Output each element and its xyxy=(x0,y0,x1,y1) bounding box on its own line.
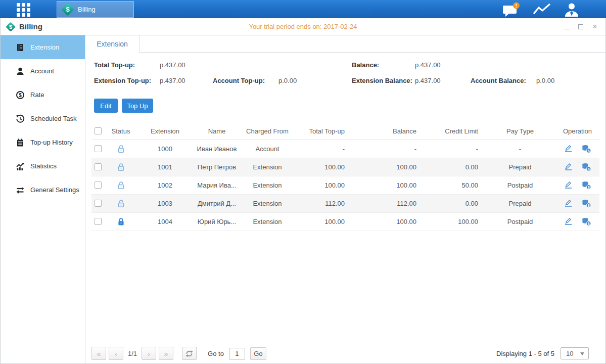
table-row[interactable]: 1003 Дмитрий Д... Extension 112.00 112.0… xyxy=(91,194,599,212)
extension-topup-value: p.437.00 xyxy=(160,77,185,84)
row-checkbox[interactable] xyxy=(95,145,102,152)
lock-open-icon xyxy=(106,181,136,190)
first-page-button[interactable]: « xyxy=(91,347,106,360)
cell-extension: 1002 xyxy=(136,176,194,194)
row-edit-icon[interactable] xyxy=(564,145,573,153)
total-topup-value: p.437.00 xyxy=(160,61,185,69)
sidebar-item-scheduled-task[interactable]: Scheduled Task xyxy=(1,107,85,130)
cell-total-topup: - xyxy=(295,140,351,158)
row-checkbox[interactable] xyxy=(95,200,102,207)
cell-credit-limit: 0.00 xyxy=(419,194,485,212)
row-edit-icon[interactable] xyxy=(564,199,573,207)
next-page-button[interactable]: › xyxy=(142,347,156,360)
col-status: Status xyxy=(106,123,136,140)
tab-bar: Extension xyxy=(85,35,605,53)
table-row[interactable]: 1001 Петр Петров Extension 100.00 100.00… xyxy=(91,158,599,176)
apps-grid-icon[interactable] xyxy=(17,3,30,17)
row-checkbox[interactable] xyxy=(95,218,102,225)
account-topup-label: Account Top-up: xyxy=(213,77,265,84)
svg-text:$: $ xyxy=(587,167,589,171)
notebook-icon xyxy=(16,138,25,147)
row-topup-icon[interactable]: $ xyxy=(581,199,591,208)
goto-label: Go to xyxy=(208,350,224,357)
sidebar-item-general-settings[interactable]: General Settings xyxy=(1,178,85,202)
sidebar-item-label: Statistics xyxy=(30,162,57,170)
svg-text:$: $ xyxy=(587,221,589,225)
lock-open-icon xyxy=(106,145,136,153)
svg-text:$: $ xyxy=(19,92,22,98)
cell-pay-type: - xyxy=(485,140,555,158)
row-topup-icon[interactable]: $ xyxy=(581,163,591,171)
billing-window: $ Billing Your trial period ends on: 201… xyxy=(0,18,606,364)
cell-charged-from: Extension xyxy=(240,212,295,231)
cell-credit-limit: 50.00 xyxy=(419,176,485,194)
sidebar-item-rate[interactable]: $ Rate xyxy=(1,83,85,107)
lock-open-icon xyxy=(106,163,136,171)
minimize-button[interactable] xyxy=(563,23,570,30)
billing-logo-icon: $ xyxy=(6,22,16,32)
edit-button[interactable]: Edit xyxy=(94,99,118,113)
row-checkbox[interactable] xyxy=(95,163,102,170)
table-row[interactable]: 1004 Юрий Юрь... Extension 100.00 100.00… xyxy=(91,212,599,231)
cell-balance: 100.00 xyxy=(351,212,419,231)
balance-label: Balance: xyxy=(352,61,379,69)
svg-text:!: ! xyxy=(516,3,517,9)
billing-app-icon: $ xyxy=(62,4,74,16)
tab-extension[interactable]: Extension xyxy=(85,35,139,53)
prev-page-button[interactable]: ‹ xyxy=(109,347,123,360)
select-all-checkbox[interactable] xyxy=(95,127,102,134)
sidebar-item-statistics[interactable]: Statistics xyxy=(1,154,85,178)
col-total-topup: Total Top-up xyxy=(295,123,351,140)
svg-text:$: $ xyxy=(587,203,589,207)
sidebar-item-topup-history[interactable]: Top-up History xyxy=(1,130,85,154)
last-page-button[interactable]: » xyxy=(159,347,173,360)
lock-closed-icon xyxy=(106,217,136,226)
row-edit-icon[interactable] xyxy=(564,163,573,171)
sidebar-item-extension[interactable]: Extension xyxy=(1,35,85,59)
go-button[interactable]: Go xyxy=(250,347,266,360)
page-size-select[interactable]: 10 xyxy=(561,347,589,359)
cell-credit-limit: 100.00 xyxy=(419,212,485,231)
history-clock-icon xyxy=(16,114,25,123)
row-edit-icon[interactable] xyxy=(564,217,573,225)
refresh-button[interactable] xyxy=(182,347,197,360)
col-operation: Operation xyxy=(555,123,599,140)
table-row[interactable]: 1002 Мария Ива... Extension 100.00 100.0… xyxy=(91,176,599,194)
cell-name: Мария Ива... xyxy=(194,176,240,194)
maximize-button[interactable] xyxy=(577,23,584,30)
line-chart-icon[interactable] xyxy=(532,2,552,19)
row-edit-icon[interactable] xyxy=(564,181,573,189)
bar-chart-icon xyxy=(16,162,25,171)
user-account-icon[interactable] xyxy=(563,2,580,19)
row-topup-icon[interactable]: $ xyxy=(581,217,591,226)
cell-total-topup: 112.00 xyxy=(295,194,351,212)
sidebar-item-account[interactable]: Account xyxy=(1,59,85,83)
col-charged-from: Charged From xyxy=(240,123,295,140)
notifications-chat-icon[interactable]: ! xyxy=(501,2,521,19)
row-topup-icon[interactable]: $ xyxy=(581,181,591,190)
account-balance-label: Account Balance: xyxy=(471,77,526,84)
close-button[interactable]: × xyxy=(591,23,598,30)
row-checkbox[interactable] xyxy=(95,181,102,189)
table-row[interactable]: 1000 Иван Иванов Account - - - - $ xyxy=(91,140,599,158)
col-extension: Extension xyxy=(136,123,194,140)
goto-page-input[interactable] xyxy=(229,348,245,359)
top-up-button[interactable]: Top Up xyxy=(122,99,153,113)
cell-balance: 100.00 xyxy=(351,176,419,194)
sidebar-item-label: Account xyxy=(30,67,54,75)
cell-charged-from: Extension xyxy=(240,176,295,194)
col-name: Name xyxy=(194,123,240,140)
cell-credit-limit: - xyxy=(419,140,485,158)
cell-pay-type: Prepaid xyxy=(485,194,555,212)
sidebar-item-label: Scheduled Task xyxy=(30,115,77,122)
taskbar-billing-tab[interactable]: $ Billing xyxy=(57,1,134,18)
extension-topup-label: Extension Top-up: xyxy=(94,77,151,84)
cell-extension: 1001 xyxy=(136,158,194,176)
table-header-row: Status Extension Name Charged From Total… xyxy=(91,123,599,140)
cell-charged-from: Account xyxy=(240,140,295,158)
window-titlebar: $ Billing Your trial period ends on: 201… xyxy=(1,18,605,35)
cell-balance: 100.00 xyxy=(351,158,419,176)
taskbar-tab-label: Billing xyxy=(78,6,96,13)
row-topup-icon[interactable]: $ xyxy=(581,145,591,153)
extension-balance-value: p.437.00 xyxy=(415,77,441,84)
